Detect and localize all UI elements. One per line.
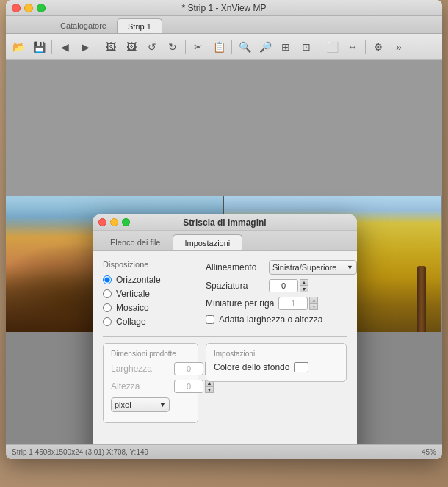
toolbar-sep6	[365, 40, 366, 54]
dialog-min-btn[interactable]	[110, 218, 118, 226]
toolbar-sep4	[231, 40, 232, 54]
width-row: Larghezza ▲ ▼	[111, 362, 190, 375]
zoom-level: 45%	[422, 448, 436, 456]
toolbar-resize-btn[interactable]: ↔	[343, 37, 362, 57]
image-preview-top	[6, 60, 442, 196]
status-info: Strip 1 4508x1500x24 (3.01) X:708, Y:149	[12, 448, 148, 456]
thumbnails-row: Miniature per riga ▲ ▼	[206, 297, 357, 310]
dialog-max-btn[interactable]	[122, 218, 130, 226]
spacing-stepper: ▲ ▼	[300, 279, 308, 292]
width-label: Larghezza	[111, 364, 170, 374]
dialog-two-col: Disposizione Orizzontale Verticale Mosai…	[103, 260, 347, 331]
chevron-down-icon: ▼	[347, 264, 353, 271]
toolbar-crop-btn[interactable]: ⬜	[322, 37, 342, 57]
panel-divider	[103, 336, 347, 337]
dimensions-section: Dimensioni prodotte Larghezza ▲ ▼	[103, 343, 198, 423]
adapt-row[interactable]: Adatta larghezza o altezza	[206, 314, 357, 325]
tree-trunk2	[417, 266, 426, 332]
thumbnails-down-btn: ▼	[309, 303, 318, 310]
dimensions-title: Dimensioni prodotte	[111, 350, 190, 358]
toolbar-fit-btn[interactable]: ⊞	[276, 37, 295, 57]
tab-bar: Catalogatore Strip 1	[6, 16, 442, 34]
radio-collage-input[interactable]	[103, 317, 112, 326]
thumbnails-input	[278, 297, 308, 310]
toolbar-cut-btn[interactable]: ✂	[189, 37, 208, 57]
toolbar: 📂 💾 ◀ ▶ 🖼 🖼 ↺ ↻ ✂ 📋 🔍 🔎 ⊞ ⊡ ⬜ ↔ ⚙ »	[6, 34, 442, 60]
thumbnails-spinner: ▲ ▼	[278, 297, 318, 310]
thumbnails-stepper: ▲ ▼	[309, 297, 318, 310]
maximize-button[interactable]	[37, 4, 46, 12]
tab-catalogatore[interactable]: Catalogatore	[50, 18, 117, 33]
status-bar: Strip 1 4508x1500x24 (3.01) X:708, Y:149…	[6, 444, 442, 459]
toolbar-sep3	[185, 40, 186, 54]
alignment-label: Allineamento	[206, 262, 264, 273]
dialog-traffic-lights	[98, 218, 130, 226]
settings-title: Impostazioni	[214, 350, 339, 358]
toolbar-image-btn[interactable]: 🖼	[101, 37, 120, 57]
dialog-striscia: Striscia di immagini Elenco dei file Imp…	[93, 214, 357, 444]
spacing-input[interactable]	[269, 279, 298, 292]
content-area: Striscia di immagini Elenco dei file Imp…	[6, 60, 442, 444]
dialog-right-col: Allineamento Sinistra/Superiore ▼ Spazia…	[206, 260, 357, 331]
height-label: Altezza	[111, 381, 170, 392]
toolbar-settings-btn[interactable]: ⚙	[369, 37, 388, 57]
height-row: Altezza ▲ ▼	[111, 380, 190, 393]
dialog-tab-filelist[interactable]: Elenco dei file	[98, 234, 173, 250]
toolbar-more-btn[interactable]: »	[389, 37, 408, 57]
radio-mosaico-input[interactable]	[103, 303, 112, 312]
bg-color-row[interactable]: Colore dello sfondo	[214, 362, 339, 372]
toolbar-zoom-out-btn[interactable]: 🔎	[256, 37, 275, 57]
dialog-bottom-two-col: Dimensioni prodotte Larghezza ▲ ▼	[103, 343, 347, 430]
toolbar-prev-btn[interactable]: ◀	[55, 37, 74, 57]
unit-row: pixel ▼	[111, 397, 190, 412]
toolbar-rotate-right-btn[interactable]: ↻	[163, 37, 182, 57]
height-input	[174, 380, 203, 393]
toolbar-open-btn[interactable]: 📂	[9, 37, 28, 57]
toolbar-actual-btn[interactable]: ⊡	[297, 37, 316, 57]
settings-col: Impostazioni Colore dello sfondo	[206, 343, 347, 430]
toolbar-next-btn[interactable]: ▶	[76, 37, 95, 57]
toolbar-rotate-left-btn[interactable]: ↺	[142, 37, 162, 57]
radio-verticale-input[interactable]	[103, 289, 112, 298]
settings-section: Impostazioni Colore dello sfondo	[206, 343, 347, 382]
toolbar-sep2	[98, 40, 98, 54]
dialog-tab-bar: Elenco dei file Impostazioni	[93, 231, 357, 251]
dialog-left-col: Disposizione Orizzontale Verticale Mosai…	[103, 260, 198, 331]
adapt-checkbox[interactable]	[206, 315, 214, 324]
spacing-spinner: ▲ ▼	[269, 279, 308, 292]
thumbnails-label: Miniature per riga	[206, 298, 274, 309]
radio-collage[interactable]: Collage	[103, 317, 198, 327]
toolbar-image2-btn[interactable]: 🖼	[122, 37, 141, 57]
toolbar-paste-btn[interactable]: 📋	[209, 37, 228, 57]
radio-orizzontale[interactable]: Orizzontale	[103, 275, 198, 285]
dialog-title-text: Striscia di immagini	[183, 217, 266, 228]
unit-chevron-icon: ▼	[159, 401, 166, 408]
radio-verticale[interactable]: Verticale	[103, 289, 198, 299]
spacing-up-btn[interactable]: ▲	[300, 279, 308, 286]
close-button[interactable]	[12, 4, 21, 12]
alignment-select[interactable]: Sinistra/Superiore ▼	[269, 260, 357, 275]
toolbar-save-btn[interactable]: 💾	[29, 37, 48, 57]
title-bar: * Strip 1 - XnView MP	[6, 0, 442, 16]
toolbar-zoom-in-btn[interactable]: 🔍	[235, 37, 254, 57]
dialog-footer: Annulla OK	[93, 439, 357, 444]
layout-section-label: Disposizione	[103, 260, 198, 269]
radio-orizzontale-input[interactable]	[103, 275, 112, 284]
spacing-down-btn[interactable]: ▼	[300, 286, 308, 292]
dialog-close-btn[interactable]	[98, 218, 106, 226]
radio-mosaico[interactable]: Mosaico	[103, 303, 198, 313]
width-input	[174, 362, 203, 375]
dialog-body: Disposizione Orizzontale Verticale Mosai…	[93, 251, 357, 439]
dialog-tab-settings[interactable]: Impostazioni	[173, 234, 243, 250]
toolbar-sep1	[51, 40, 52, 54]
bg-color-swatch[interactable]	[294, 362, 308, 372]
spacing-label: Spaziatura	[206, 281, 264, 291]
minimize-button[interactable]	[24, 4, 33, 12]
app-window: * Strip 1 - XnView MP Catalogatore Strip…	[6, 0, 442, 459]
alignment-row: Allineamento Sinistra/Superiore ▼	[206, 260, 357, 275]
tab-strip1[interactable]: Strip 1	[117, 18, 162, 33]
unit-select[interactable]: pixel ▼	[111, 397, 170, 412]
toolbar-sep5	[319, 40, 319, 54]
dimensions-col: Dimensioni prodotte Larghezza ▲ ▼	[103, 343, 198, 430]
window-title: * Strip 1 - XnView MP	[181, 3, 266, 13]
